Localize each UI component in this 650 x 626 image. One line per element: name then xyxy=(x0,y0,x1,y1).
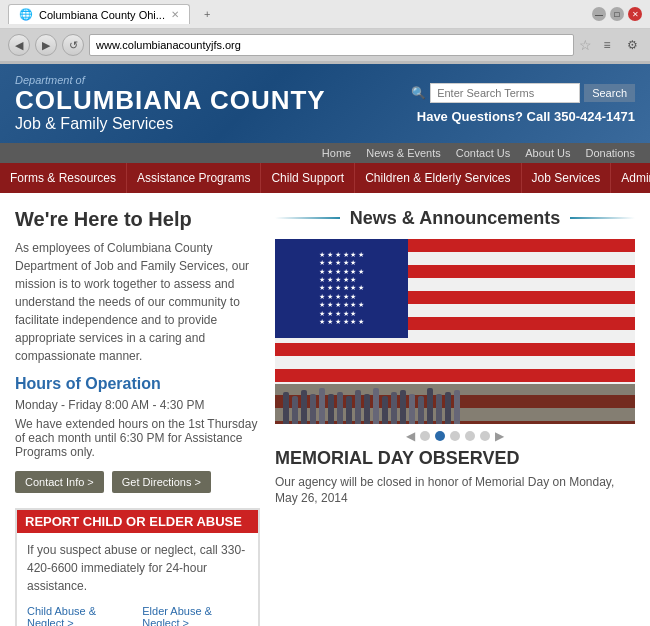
dept-name: Job & Family Services xyxy=(15,115,326,133)
site-header: Department of COLUMBIANA COUNTY Job & Fa… xyxy=(0,64,650,143)
slide-dot-5[interactable] xyxy=(480,431,490,441)
nav-assistance[interactable]: Assistance Programs xyxy=(127,163,261,193)
child-abuse-link[interactable]: Child Abuse & Neglect > xyxy=(27,605,132,626)
browser-settings-btn[interactable]: ⚙ xyxy=(622,35,642,55)
slideshow-next-btn[interactable]: ▶ xyxy=(495,429,504,443)
right-column: News & Announcements ★ ★ ★ ★ ★ ★★ ★ ★ ★ … xyxy=(275,208,635,626)
tab-close-btn[interactable]: ✕ xyxy=(171,9,179,20)
address-bar[interactable] xyxy=(89,34,574,56)
top-nav-contact[interactable]: Contact Us xyxy=(456,145,510,161)
browser-menu-btn[interactable]: ≡ xyxy=(597,35,617,55)
site-logo: Department of COLUMBIANA COUNTY Job & Fa… xyxy=(15,74,326,133)
main-heading: We're Here to Help xyxy=(15,208,260,231)
county-name: COLUMBIANA COUNTY xyxy=(15,86,326,115)
nav-child-support[interactable]: Child Support xyxy=(261,163,355,193)
abuse-links: Child Abuse & Neglect > Elder Abuse & Ne… xyxy=(27,605,248,626)
contact-info-btn[interactable]: Contact Info > xyxy=(15,471,104,493)
news-heading-text: News & Announcements xyxy=(350,208,560,229)
top-nav-about[interactable]: About Us xyxy=(525,145,570,161)
nav-children-elderly[interactable]: Children & Elderly Services xyxy=(355,163,521,193)
nav-job-services[interactable]: Job Services xyxy=(522,163,612,193)
news-title: MEMORIAL DAY OBSERVED xyxy=(275,448,635,469)
slideshow-controls: ◀ ▶ xyxy=(275,424,635,448)
website: Department of COLUMBIANA COUNTY Job & Fa… xyxy=(0,64,650,626)
browser-controls: ◀ ▶ ↺ ☆ ≡ ⚙ xyxy=(0,29,650,63)
abuse-box: REPORT CHILD OR ELDER ABUSE If you suspe… xyxy=(15,508,260,626)
left-column: We're Here to Help As employees of Colum… xyxy=(15,208,275,626)
search-input[interactable] xyxy=(430,83,580,103)
top-nav-home[interactable]: Home xyxy=(322,145,351,161)
search-button[interactable]: Search xyxy=(584,84,635,102)
forward-btn[interactable]: ▶ xyxy=(35,34,57,56)
nav-forms-resources[interactable]: Forms & Resources xyxy=(0,163,127,193)
top-nav-donations[interactable]: Donations xyxy=(585,145,635,161)
news-heading: News & Announcements xyxy=(275,208,635,229)
action-buttons: Contact Info > Get Directions > xyxy=(15,471,260,493)
slide-dot-4[interactable] xyxy=(465,431,475,441)
abuse-title: REPORT CHILD OR ELDER ABUSE xyxy=(17,510,258,533)
search-icon: 🔍 xyxy=(411,86,426,100)
search-bar: 🔍 Search xyxy=(411,83,635,103)
top-nav: Home News & Events Contact Us About Us D… xyxy=(0,143,650,163)
bookmark-icon[interactable]: ☆ xyxy=(579,37,592,53)
phone-text: Have Questions? Call 350-424-1471 xyxy=(411,109,635,124)
elder-abuse-link[interactable]: Elder Abuse & Neglect > xyxy=(142,605,248,626)
abuse-text: If you suspect abuse or neglect, call 33… xyxy=(27,541,248,595)
slide-dot-1[interactable] xyxy=(420,431,430,441)
hours-heading: Hours of Operation xyxy=(15,375,260,393)
top-nav-news[interactable]: News & Events xyxy=(366,145,441,161)
header-right: 🔍 Search Have Questions? Call 350-424-14… xyxy=(411,83,635,124)
main-text: As employees of Columbiana County Depart… xyxy=(15,239,260,365)
slideshow-prev-btn[interactable]: ◀ xyxy=(406,429,415,443)
main-nav: Forms & Resources Assistance Programs Ch… xyxy=(0,163,650,193)
back-btn[interactable]: ◀ xyxy=(8,34,30,56)
browser-chrome: 🌐 Columbiana County Ohi... ✕ + — □ ✕ ◀ ▶… xyxy=(0,0,650,64)
slide-dot-2[interactable] xyxy=(435,431,445,441)
get-directions-btn[interactable]: Get Directions > xyxy=(112,471,211,493)
browser-titlebar: 🌐 Columbiana County Ohi... ✕ + — □ ✕ xyxy=(0,0,650,29)
news-image: ★ ★ ★ ★ ★ ★★ ★ ★ ★ ★★ ★ ★ ★ ★ ★★ ★ ★ ★ ★… xyxy=(275,239,635,424)
tab-title: Columbiana County Ohi... xyxy=(39,9,165,21)
hours-line1: Monday - Friday 8:00 AM - 4:30 PM xyxy=(15,398,260,412)
window-close-btn[interactable]: ✕ xyxy=(628,7,642,21)
refresh-btn[interactable]: ↺ xyxy=(62,34,84,56)
content-area: We're Here to Help As employees of Colum… xyxy=(0,193,650,626)
new-tab-btn[interactable]: + xyxy=(196,5,218,23)
browser-tab[interactable]: 🌐 Columbiana County Ohi... ✕ xyxy=(8,4,190,24)
window-minimize-btn[interactable]: — xyxy=(592,7,606,21)
window-maximize-btn[interactable]: □ xyxy=(610,7,624,21)
hours-line2: We have extended hours on the 1st Thursd… xyxy=(15,417,260,459)
tab-favicon: 🌐 xyxy=(19,8,33,21)
slide-dot-3[interactable] xyxy=(450,431,460,441)
nav-admin-services[interactable]: Administrative Services xyxy=(611,163,650,193)
news-desc: Our agency will be closed in honor of Me… xyxy=(275,474,635,508)
